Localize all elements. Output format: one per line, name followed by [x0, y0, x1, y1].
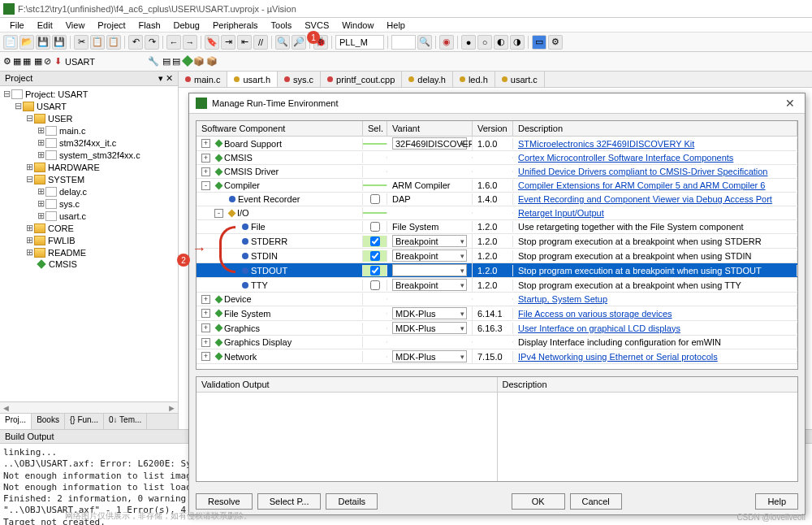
- description-text[interactable]: Cortex Microcontroller Software Interfac…: [518, 153, 733, 163]
- tree-node[interactable]: ⊞README: [2, 246, 176, 258]
- breakpoint3-icon[interactable]: ◐: [494, 35, 508, 50]
- manage2-icon[interactable]: ▤: [172, 56, 180, 67]
- select-checkbox[interactable]: [370, 222, 380, 232]
- breakpoint4-icon[interactable]: ◑: [510, 35, 525, 50]
- debug-start-icon[interactable]: ◉: [439, 35, 454, 50]
- menu-window[interactable]: Window: [335, 20, 380, 30]
- bookmark-icon[interactable]: 🔖: [205, 35, 219, 50]
- description-text[interactable]: Compiler Extensions for ARM Compiler 5 a…: [518, 180, 765, 190]
- menu-tools[interactable]: Tools: [265, 20, 299, 30]
- tree-node[interactable]: ⊞main.c: [2, 124, 176, 137]
- resolve-button[interactable]: Resolve: [196, 493, 253, 510]
- select-checkbox[interactable]: [370, 251, 380, 261]
- tree-node[interactable]: ⊟USART: [2, 100, 176, 112]
- cancel-button[interactable]: Cancel: [570, 493, 622, 510]
- indent-icon[interactable]: ⇥: [221, 35, 235, 50]
- comment-icon[interactable]: //: [253, 35, 268, 50]
- select-checkbox[interactable]: [370, 280, 380, 290]
- stop-icon[interactable]: ⊘: [44, 56, 51, 67]
- tree-node[interactable]: ⊞system_stm32f4xx.c: [2, 149, 176, 161]
- target-combo[interactable]: USART: [65, 57, 146, 67]
- rebuild-icon[interactable]: ▦: [23, 56, 31, 67]
- description-text[interactable]: IPv4 Networking using Ethernet or Serial…: [518, 352, 718, 362]
- description-text[interactable]: Retarget Input/Output: [518, 208, 604, 218]
- variant-combo[interactable]: Breakpoint: [392, 279, 467, 291]
- grid-row[interactable]: +NetworkMDK-Plus7.15.0IPv4 Networking us…: [197, 349, 797, 364]
- expand-icon[interactable]: +: [201, 295, 210, 304]
- cut-icon[interactable]: ✂: [74, 35, 89, 50]
- tree-node[interactable]: ⊞usart.c: [2, 210, 176, 222]
- new-icon[interactable]: 📄: [3, 35, 18, 50]
- saveall-icon[interactable]: 💾: [52, 35, 67, 50]
- grid-row[interactable]: +File SystemMDK-Plus6.14.1File Access on…: [197, 306, 797, 321]
- panel-menu-icon[interactable]: ▾ ✕: [158, 73, 173, 84]
- sidebar-tab[interactable]: Books: [32, 414, 65, 429]
- ok-button[interactable]: OK: [512, 493, 565, 510]
- expand-icon[interactable]: +: [201, 352, 210, 361]
- window-icon[interactable]: ▭: [532, 35, 546, 50]
- file-tab[interactable]: usart.c: [495, 72, 545, 87]
- menu-debug[interactable]: Debug: [167, 20, 206, 30]
- col-version[interactable]: Version: [473, 121, 513, 136]
- menu-view[interactable]: View: [59, 20, 92, 30]
- description-text[interactable]: File Access on various storage devices: [518, 309, 672, 319]
- batch-icon[interactable]: ▦: [34, 56, 42, 67]
- grid-row[interactable]: FileFile System1.2.0Use retargeting toge…: [197, 220, 797, 234]
- description-text[interactable]: Unified Device Drivers compliant to CMSI…: [518, 167, 767, 176]
- menu-edit[interactable]: Edit: [31, 20, 59, 30]
- findfiles-icon[interactable]: 🔎: [292, 35, 306, 50]
- sidebar-tab[interactable]: Proj...: [0, 414, 32, 429]
- select-checkbox[interactable]: [370, 266, 380, 276]
- expand-icon[interactable]: +: [201, 309, 210, 318]
- find-icon[interactable]: 🔍: [275, 35, 290, 50]
- target-options-icon[interactable]: 🔧: [148, 56, 159, 67]
- description-text[interactable]: Event Recording and Component Viewer via…: [518, 194, 772, 204]
- file-tab[interactable]: main.c: [179, 72, 227, 87]
- pack-icon[interactable]: 📦: [193, 56, 205, 67]
- description-text[interactable]: User Interface on graphical LCD displays: [518, 323, 680, 333]
- description-text[interactable]: STMicroelectronics 32F469IDISCOVERY Kit: [518, 139, 694, 149]
- grid-row[interactable]: +GraphicsMDK-Plus6.16.3User Interface on…: [197, 321, 797, 336]
- tree-node[interactable]: ⊞stm32f4xx_it.c: [2, 137, 176, 149]
- file-tab[interactable]: sys.c: [278, 72, 321, 87]
- grid-row[interactable]: +CMSISCortex Microcontroller Software In…: [197, 151, 797, 165]
- file-tab[interactable]: delay.h: [402, 72, 453, 87]
- variant-combo[interactable]: MDK-Plus: [392, 350, 467, 362]
- sidebar-tab[interactable]: {} Fun...: [65, 414, 104, 429]
- tree-node[interactable]: ⊟USER: [2, 112, 176, 124]
- variant-combo[interactable]: Breakpoint: [392, 264, 467, 276]
- variant-combo[interactable]: Breakpoint: [392, 235, 467, 247]
- file-tab[interactable]: led.h: [453, 72, 495, 87]
- grid-row[interactable]: STDINBreakpoint1.2.0Stop program executi…: [197, 249, 797, 263]
- variant-combo[interactable]: 32F469IDISCOVERY: [392, 137, 467, 150]
- tree-node[interactable]: ⊞CORE: [2, 222, 176, 234]
- translate-icon[interactable]: ⚙: [3, 56, 11, 67]
- expand-icon[interactable]: -: [201, 181, 210, 190]
- build-icon[interactable]: ▦: [13, 56, 21, 67]
- expand-icon[interactable]: +: [201, 167, 210, 176]
- grid-row[interactable]: +Board Support32F469IDISCOVERY1.0.0STMic…: [197, 137, 797, 151]
- pack2-icon[interactable]: 📦: [206, 56, 218, 67]
- outdent-icon[interactable]: ⇤: [237, 35, 252, 50]
- variant-combo[interactable]: MDK-Plus: [392, 322, 467, 334]
- tree-node[interactable]: ⊞HARDWARE: [2, 161, 176, 173]
- file-tab[interactable]: usart.h: [227, 72, 278, 87]
- details-button[interactable]: Details: [326, 493, 378, 510]
- description-text[interactable]: Startup, System Setup: [518, 294, 607, 304]
- col-variant[interactable]: Variant: [387, 121, 473, 136]
- tree-node[interactable]: ⊞sys.c: [2, 197, 176, 210]
- expand-icon[interactable]: +: [201, 139, 210, 148]
- menu-flash[interactable]: Flash: [132, 20, 167, 30]
- download-icon[interactable]: ⬇: [54, 56, 62, 67]
- save-icon[interactable]: 💾: [36, 35, 50, 50]
- grid-row[interactable]: Event RecorderDAP1.4.0Event Recording an…: [197, 193, 797, 206]
- nav-back-icon[interactable]: ←: [166, 35, 181, 50]
- sidebar-tab[interactable]: 0↓ Tem...: [104, 414, 147, 429]
- grid-row[interactable]: STDOUTBreakpoint1.2.0Stop program execut…: [197, 263, 797, 278]
- find-combo[interactable]: [391, 35, 416, 50]
- variant-combo[interactable]: MDK-Plus: [392, 307, 467, 319]
- col-sel[interactable]: Sel.: [363, 121, 387, 136]
- nav-fwd-icon[interactable]: →: [183, 35, 197, 50]
- component-grid[interactable]: Software Component Sel. Variant Version …: [196, 120, 798, 370]
- select-checkbox[interactable]: [370, 236, 380, 246]
